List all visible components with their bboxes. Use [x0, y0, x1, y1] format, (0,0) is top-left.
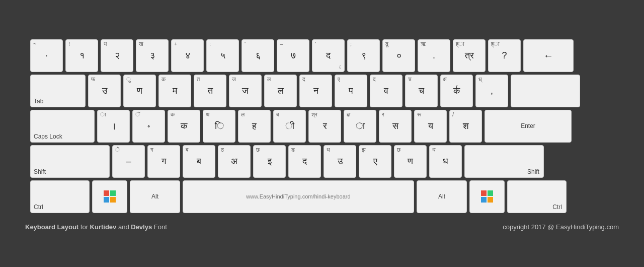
key-y[interactable]: ल ल: [264, 75, 297, 107]
footer-left: Keyboard Layout for Kurtidev and Devlys …: [25, 223, 167, 231]
key-4[interactable]: + ४: [171, 39, 204, 72]
key-minus[interactable]: ऋ .: [418, 39, 450, 72]
key-bracket-l[interactable]: ह्ा ?: [488, 39, 521, 72]
key-tilde[interactable]: ~ ·: [30, 39, 63, 72]
key-brace[interactable]: ध् ,: [475, 75, 508, 107]
key-period[interactable]: छ ण: [394, 145, 427, 178]
key-1[interactable]: ! १: [65, 39, 98, 72]
key-n[interactable]: ड द: [288, 145, 321, 178]
row-1: ~ · ! १ भ २ ख ३ + ४ : ५ ' ६ – ७: [30, 39, 614, 72]
key-8[interactable]: ' द ८: [312, 39, 345, 72]
key-0[interactable]: ढू ०: [382, 39, 415, 72]
svg-rect-0: [104, 190, 109, 196]
svg-rect-4: [481, 190, 487, 196]
key-j[interactable]: श्र र: [308, 110, 341, 143]
svg-rect-2: [104, 197, 109, 203]
key-semicolon[interactable]: रू य: [414, 110, 447, 143]
key-2[interactable]: भ २: [101, 39, 133, 72]
svg-rect-3: [110, 197, 116, 203]
key-a[interactable]: ा ।: [97, 110, 130, 143]
key-win-left[interactable]: [92, 180, 127, 213]
key-alt-right[interactable]: Alt: [417, 180, 467, 213]
key-c[interactable]: ब ब: [183, 145, 215, 178]
footer: Keyboard Layout for Kurtidev and Devlys …: [25, 221, 619, 233]
key-backspace[interactable]: ←: [523, 39, 574, 72]
key-9[interactable]: ; ९: [347, 39, 380, 72]
key-i[interactable]: ए प: [335, 75, 367, 107]
key-z[interactable]: ॆ –: [112, 145, 145, 178]
key-enter-large[interactable]: Enter: [485, 110, 572, 143]
key-d[interactable]: क क: [168, 110, 200, 143]
key-s[interactable]: ॅ ॰: [132, 110, 165, 143]
key-q[interactable]: फ उ: [88, 75, 121, 107]
key-shift-left[interactable]: Shift: [30, 145, 110, 178]
key-caps-lock[interactable]: Caps Lock: [30, 110, 95, 143]
svg-rect-5: [488, 190, 493, 196]
key-p[interactable]: च च: [405, 75, 438, 107]
key-7[interactable]: – ७: [277, 39, 309, 72]
key-k[interactable]: ज्ञ ा: [344, 110, 376, 143]
footer-right: copyright 2017 @ EasyHindiTyping.com: [503, 223, 619, 231]
key-r[interactable]: त त: [194, 75, 226, 107]
windows-icon-left: [103, 189, 117, 204]
key-win-right[interactable]: [469, 180, 505, 213]
row-3: Caps Lock ा । ॅ ॰ क क थ ि ल ह ब ी श्र र: [30, 110, 614, 143]
key-g[interactable]: ल ह: [238, 110, 271, 143]
key-v[interactable]: ठ अ: [218, 145, 251, 178]
key-t[interactable]: ज ज: [229, 75, 262, 107]
key-tab[interactable]: Tab: [30, 75, 86, 107]
key-l[interactable]: र स: [379, 110, 412, 143]
row-5: Ctrl Alt www.EasyHindiTyping.com/hindi-k…: [30, 180, 614, 213]
key-b[interactable]: छ इ: [253, 145, 286, 178]
key-u[interactable]: द न: [299, 75, 332, 107]
key-comma[interactable]: झ ए: [359, 145, 391, 178]
key-x[interactable]: ग ग: [147, 145, 180, 178]
row-4: Shift ॆ – ग ग ब ब ठ अ छ इ ड द ध उ: [30, 145, 614, 178]
key-e[interactable]: क म: [158, 75, 191, 107]
key-w[interactable]: ु ण: [123, 75, 156, 107]
key-shift-right[interactable]: Shift: [464, 145, 544, 178]
key-f[interactable]: थ ि: [203, 110, 235, 143]
key-quote[interactable]: / श: [449, 110, 482, 143]
svg-rect-6: [481, 197, 487, 203]
key-alt-left[interactable]: Alt: [130, 180, 180, 213]
row-2: Tab फ उ ु ण क म त त ज ज ल ल द न: [30, 75, 614, 107]
svg-rect-7: [488, 197, 493, 203]
key-3[interactable]: ख ३: [136, 39, 169, 72]
svg-rect-1: [110, 190, 116, 196]
key-ctrl-left[interactable]: Ctrl: [30, 180, 90, 213]
key-m[interactable]: ध उ: [324, 145, 356, 178]
key-enter[interactable]: [511, 75, 580, 107]
key-5[interactable]: : ५: [206, 39, 239, 72]
key-equal[interactable]: ह्ा त्र: [453, 39, 486, 72]
key-space[interactable]: www.EasyHindiTyping.com/hindi-keyboard: [183, 180, 414, 213]
key-bracket-r[interactable]: क्ष र्क: [440, 75, 473, 107]
keyboard-container: ~ · ! १ भ २ ख ३ + ४ : ५ ' ६ – ७: [25, 34, 619, 221]
key-ctrl-right[interactable]: Ctrl: [507, 180, 567, 213]
key-6[interactable]: ' ६: [242, 39, 274, 72]
key-slash[interactable]: ध ध: [429, 145, 462, 178]
key-o[interactable]: द व: [370, 75, 403, 107]
windows-icon-right: [480, 189, 494, 204]
key-h[interactable]: ब ी: [273, 110, 306, 143]
